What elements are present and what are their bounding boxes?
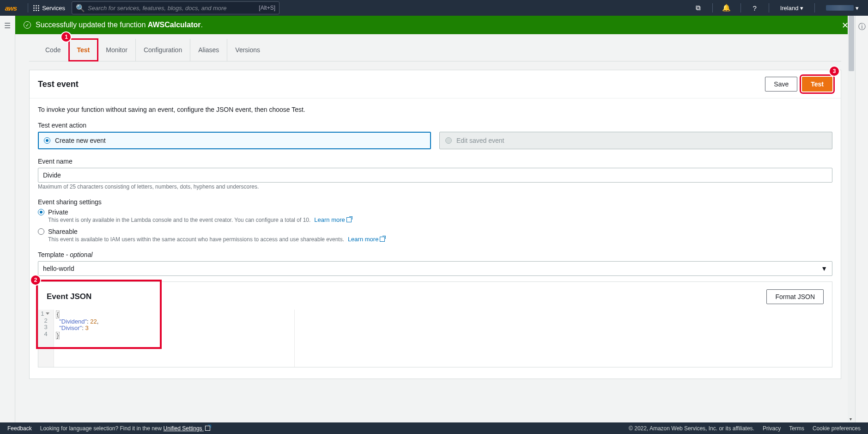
unified-settings-link[interactable]: Unified Settings <box>164 425 210 432</box>
tab-configuration[interactable]: Configuration <box>136 39 190 61</box>
radio-private[interactable] <box>38 209 44 215</box>
private-label: Private <box>48 208 68 216</box>
shareable-label: Shareable <box>48 228 78 235</box>
format-json-button[interactable]: Format JSON <box>766 289 824 304</box>
json-editor[interactable]: 1 2 3 4 { "Dividend": 22, "Divisor": 3 } <box>38 310 832 367</box>
tab-monitor[interactable]: Monitor <box>98 39 136 61</box>
test-event-card: Test event Save Test 3 To invoke your fu… <box>29 70 841 379</box>
search-box[interactable]: 🔍 [Alt+S] <box>72 1 279 14</box>
cookies-link[interactable]: Cookie preferences <box>813 425 861 432</box>
help-icon[interactable]: ? <box>748 4 761 12</box>
search-input[interactable] <box>88 5 256 12</box>
event-name-help: Maximum of 25 characters consisting of l… <box>38 183 259 190</box>
left-rail: ☰ <box>0 16 15 422</box>
tab-test[interactable]: Test 1 <box>69 39 98 61</box>
annotation-2: 2 <box>31 275 40 285</box>
main-content: ✓ Successfully updated the function AWSC… <box>15 16 855 422</box>
copyright: © 2022, Amazon Web Services, Inc. or its… <box>629 425 754 432</box>
footer: Feedback Looking for language selection?… <box>0 422 868 434</box>
save-button[interactable]: Save <box>765 77 797 92</box>
event-json-panel: 2 Event JSON Format JSON 1 2 3 4 { "Divi… <box>38 281 832 367</box>
radio-edit-saved <box>445 137 452 144</box>
chevron-down-icon: ▼ <box>821 265 827 272</box>
terms-link[interactable]: Terms <box>789 425 804 432</box>
annotation-3: 3 <box>830 67 839 76</box>
learn-more-shareable[interactable]: Learn more <box>348 236 385 243</box>
sharing-label: Event sharing settings <box>38 198 832 206</box>
services-menu[interactable]: Services <box>33 5 65 12</box>
region-selector[interactable]: Ireland ▾ <box>777 5 807 12</box>
event-name-label: Event name <box>38 158 832 165</box>
annotation-1: 1 <box>61 32 71 42</box>
function-tabs: Code Test 1 Monitor Configuration Aliase… <box>29 39 841 61</box>
template-label: Template - optional <box>38 251 832 258</box>
event-name-input[interactable] <box>38 168 832 183</box>
shareable-desc: This event is available to IAM users wit… <box>48 236 344 243</box>
tile-create-new[interactable]: Create new event <box>38 132 431 149</box>
search-shortcut: [Alt+S] <box>259 5 275 11</box>
flash-banner: ✓ Successfully updated the function AWSC… <box>15 16 855 34</box>
account-menu[interactable]: ▾ <box>822 5 862 12</box>
top-nav: aws Services 🔍 [Alt+S] ⧉ 🔔 ? Ireland ▾ ▾ <box>0 0 868 16</box>
card-title: Test event <box>38 79 79 89</box>
radio-shareable[interactable] <box>38 228 44 235</box>
search-icon: 🔍 <box>76 4 85 12</box>
editor-code[interactable]: { "Dividend": 22, "Divisor": 3 } <box>54 310 832 367</box>
vertical-scrollbar[interactable]: ▾ <box>848 16 855 422</box>
template-select[interactable]: hello-world ▼ <box>38 261 832 276</box>
action-label: Test event action <box>38 122 832 129</box>
test-description: To invoke your function without saving a… <box>38 106 832 113</box>
feedback-link[interactable]: Feedback <box>7 425 32 432</box>
tile-edit-saved: Edit saved event <box>439 132 832 149</box>
external-link-icon <box>346 217 352 222</box>
learn-more-private[interactable]: Learn more <box>314 216 351 223</box>
privacy-link[interactable]: Privacy <box>763 425 781 432</box>
flash-text: Successfully updated the function AWSCal… <box>36 21 203 29</box>
footer-lang-hint: Looking for language selection? Find it … <box>40 425 210 432</box>
notifications-icon[interactable]: 🔔 <box>720 4 733 12</box>
right-rail: ⓘ <box>855 16 868 422</box>
info-icon[interactable]: ⓘ <box>858 22 866 32</box>
tab-versions[interactable]: Versions <box>227 39 268 61</box>
private-desc: This event is only available in the Lamb… <box>48 217 310 223</box>
radio-create-new[interactable] <box>44 137 50 144</box>
external-link-icon <box>380 237 385 242</box>
grid-icon <box>33 5 39 11</box>
external-link-icon <box>205 426 210 431</box>
hamburger-icon[interactable]: ☰ <box>4 21 11 30</box>
account-name-blurred <box>826 5 854 11</box>
test-button[interactable]: Test <box>802 77 832 92</box>
success-icon: ✓ <box>24 21 31 29</box>
services-label: Services <box>42 5 65 12</box>
aws-logo[interactable]: aws <box>5 4 17 12</box>
tab-aliases[interactable]: Aliases <box>190 39 227 61</box>
cloudshell-icon[interactable]: ⧉ <box>692 4 705 12</box>
